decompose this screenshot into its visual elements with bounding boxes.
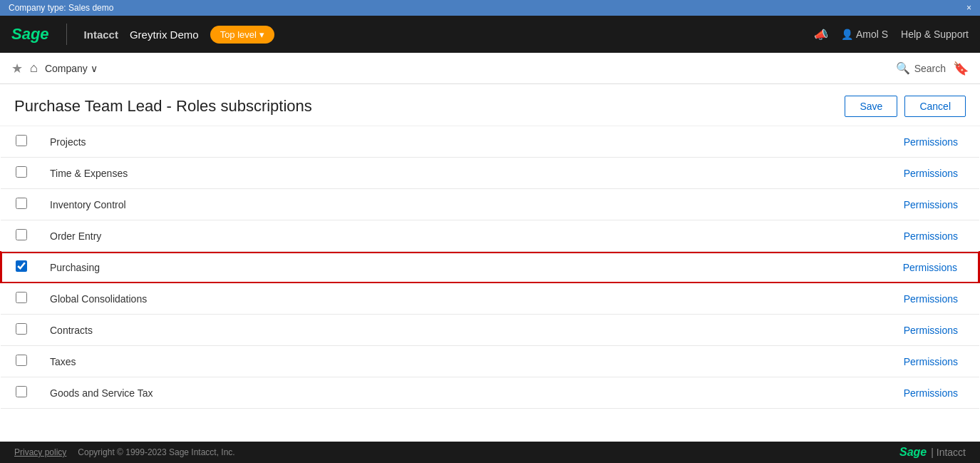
role-checkbox-inventory-control[interactable] (16, 198, 27, 209)
role-name-time-expenses: Time & Expenses (38, 158, 592, 189)
table-row: Inventory ControlPermissions (1, 189, 979, 220)
footer-copyright: Copyright © 1999-2023 Sage Intacct, Inc. (78, 447, 234, 457)
home-icon[interactable]: ⌂ (30, 61, 38, 76)
user-icon: 👤 (841, 29, 853, 40)
table-row: Time & ExpensesPermissions (1, 158, 979, 189)
page-container: Purchase Team Lead - Roles subscriptions… (0, 84, 980, 442)
header-right: 📣 👤 Amol S Help & Support (814, 28, 969, 41)
role-name-contracts: Contracts (38, 315, 592, 346)
announcement-bar: Company type: Sales demo × (0, 0, 980, 16)
user-section: 👤 Amol S (841, 29, 888, 40)
permissions-link-inventory-control[interactable]: Permissions (904, 199, 958, 210)
page-header: Purchase Team Lead - Roles subscriptions… (0, 84, 980, 126)
search-area[interactable]: 🔍 Search (896, 61, 946, 75)
save-button[interactable]: Save (845, 96, 897, 117)
table-row: Goods and Service TaxPermissions (1, 377, 979, 409)
role-name-inventory-control: Inventory Control (38, 189, 592, 220)
table-row: ContractsPermissions (1, 315, 979, 346)
role-checkbox-contracts[interactable] (16, 323, 27, 335)
bell-icon[interactable]: 📣 (814, 28, 828, 41)
table-row: Global ConsolidationsPermissions (1, 283, 979, 315)
role-name-taxes: Taxes (38, 346, 592, 377)
table-row: TaxesPermissions (1, 346, 979, 377)
roles-table: ProjectsPermissionsTime & ExpensesPermis… (0, 126, 980, 409)
company-nav-label: Company (45, 63, 88, 74)
sage-logo-text: Sage (11, 25, 49, 44)
page-actions: Save Cancel (845, 96, 966, 117)
permissions-link-contracts[interactable]: Permissions (904, 325, 958, 336)
footer: Privacy policy Copyright © 1999-2023 Sag… (0, 442, 980, 463)
permissions-link-projects[interactable]: Permissions (904, 136, 958, 148)
help-link[interactable]: Help & Support (901, 29, 969, 40)
cancel-button[interactable]: Cancel (904, 96, 966, 117)
role-name-order-entry: Order Entry (38, 220, 592, 252)
role-checkbox-projects[interactable] (16, 135, 27, 146)
header: Sage Intacct Greytrix Demo Top level ▾ 📣… (0, 16, 980, 53)
announcement-text: Company type: Sales demo (9, 3, 113, 13)
role-name-global-consolidations: Global Consolidations (38, 283, 592, 315)
table-area: ProjectsPermissionsTime & ExpensesPermis… (0, 126, 980, 442)
permissions-link-purchasing[interactable]: Permissions (903, 262, 957, 273)
company-nav[interactable]: Company ∨ (45, 63, 98, 74)
permissions-link-order-entry[interactable]: Permissions (904, 230, 958, 242)
search-icon: 🔍 (896, 61, 910, 75)
role-checkbox-global-consolidations[interactable] (16, 292, 27, 303)
footer-intacct-label: | Intacct (931, 447, 966, 458)
star-icon[interactable]: ★ (11, 61, 23, 76)
company-nav-chevron: ∨ (91, 63, 98, 74)
announcement-close[interactable]: × (966, 3, 971, 13)
role-checkbox-purchasing[interactable] (16, 260, 27, 272)
role-checkbox-order-entry[interactable] (16, 229, 27, 240)
role-name-projects: Projects (38, 126, 592, 158)
permissions-link-time-expenses[interactable]: Permissions (904, 168, 958, 179)
privacy-link[interactable]: Privacy policy (14, 447, 66, 457)
intacct-label: Intacct (84, 29, 118, 41)
permissions-link-global-consolidations[interactable]: Permissions (904, 293, 958, 305)
footer-left: Privacy policy Copyright © 1999-2023 Sag… (14, 447, 235, 457)
toolbar: ★ ⌂ Company ∨ 🔍 Search 🔖 (0, 53, 980, 84)
user-name: Amol S (856, 29, 888, 40)
permissions-link-taxes[interactable]: Permissions (904, 356, 958, 367)
role-checkbox-goods-service-tax[interactable] (16, 386, 27, 397)
sage-logo: Sage (11, 25, 49, 44)
header-divider (66, 24, 67, 45)
footer-sage-logo: Sage (899, 446, 927, 459)
company-name: Greytrix Demo (130, 29, 199, 41)
role-checkbox-taxes[interactable] (16, 355, 27, 366)
role-name-goods-service-tax: Goods and Service Tax (38, 377, 592, 409)
permissions-link-goods-service-tax[interactable]: Permissions (904, 387, 958, 399)
page-title: Purchase Team Lead - Roles subscriptions (14, 97, 312, 116)
table-row: PurchasingPermissions (1, 252, 979, 283)
search-label: Search (914, 63, 946, 74)
table-row: ProjectsPermissions (1, 126, 979, 158)
role-name-purchasing: Purchasing (38, 252, 592, 283)
footer-right: Sage | Intacct (899, 446, 966, 459)
top-level-button[interactable]: Top level ▾ (210, 26, 274, 44)
table-row: Order EntryPermissions (1, 220, 979, 252)
role-checkbox-time-expenses[interactable] (16, 166, 27, 178)
bookmark-icon[interactable]: 🔖 (953, 61, 969, 76)
